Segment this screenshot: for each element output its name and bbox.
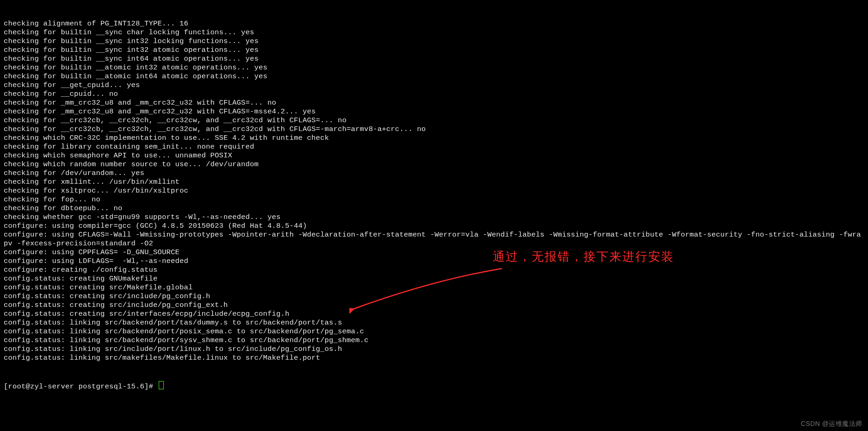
watermark-text: CSDN @运维魔法师 <box>801 419 862 428</box>
terminal-line: checking for builtin __sync int32 lockin… <box>4 37 864 46</box>
terminal-line: config.status: creating src/include/pg_c… <box>4 301 864 310</box>
terminal-line: config.status: linking src/include/port/… <box>4 345 864 354</box>
terminal-line: checking for builtin __atomic int64 atom… <box>4 72 864 81</box>
terminal-line: configure: using CFLAGS=-Wall -Wmissing-… <box>4 231 864 248</box>
shell-prompt: [root@zyl-server postgresql-15.6]# <box>4 382 158 391</box>
terminal-line: checking for _mm_crc32_u8 and _mm_crc32_… <box>4 99 864 107</box>
terminal-line: config.status: linking src/backend/port/… <box>4 319 864 327</box>
terminal-line: configure: creating ./config.status <box>4 266 864 275</box>
terminal-line: checking for __crc32cb, __crc32ch, __crc… <box>4 116 864 125</box>
terminal-line: configure: using LDFLAGS= -Wl,--as-neede… <box>4 257 864 266</box>
terminal-line: config.status: linking src/backend/port/… <box>4 336 864 345</box>
terminal-line: config.status: creating src/Makefile.glo… <box>4 283 864 292</box>
cursor-icon <box>159 381 164 389</box>
terminal-line: checking for builtin __sync char locking… <box>4 28 864 37</box>
terminal-line: checking which CRC-32C implementation to… <box>4 134 864 143</box>
terminal-line: configure: using CPPFLAGS= -D_GNU_SOURCE <box>4 248 864 257</box>
terminal-line: checking for xsltproc... /usr/bin/xsltpr… <box>4 187 864 195</box>
terminal-line: checking which random number source to u… <box>4 160 864 169</box>
terminal-line: config.status: creating src/include/pg_c… <box>4 292 864 301</box>
terminal-line: checking for /dev/urandom... yes <box>4 169 864 178</box>
terminal-line: checking for dbtoepub... no <box>4 204 864 213</box>
terminal-line: checking for _mm_crc32_u8 and _mm_crc32_… <box>4 107 864 116</box>
terminal-line: checking for library containing sem_init… <box>4 143 864 151</box>
terminal-line: checking alignment of PG_INT128_TYPE... … <box>4 19 864 28</box>
terminal-output[interactable]: checking alignment of PG_INT128_TYPE... … <box>0 0 868 431</box>
terminal-line: checking for __crc32cb, __crc32ch, __crc… <box>4 125 864 134</box>
terminal-line: checking for __cpuid... no <box>4 90 864 99</box>
terminal-line: checking whether gcc -std=gnu99 supports… <box>4 213 864 222</box>
terminal-line: checking for builtin __sync int32 atomic… <box>4 46 864 55</box>
terminal-line: checking for xmllint... /usr/bin/xmllint <box>4 178 864 187</box>
terminal-line: checking for builtin __atomic int32 atom… <box>4 63 864 72</box>
terminal-line: checking for fop... no <box>4 195 864 204</box>
terminal-line: checking for builtin __sync int64 atomic… <box>4 55 864 63</box>
annotation-text: 通过，无报错，接下来进行安装 <box>493 252 674 261</box>
terminal-line: config.status: linking src/makefiles/Mak… <box>4 354 864 362</box>
terminal-line: configure: using compiler=gcc (GCC) 4.8.… <box>4 222 864 231</box>
terminal-line: checking for __get_cpuid... yes <box>4 81 864 90</box>
terminal-line: checking which semaphore API to use... u… <box>4 151 864 160</box>
terminal-line: config.status: creating GNUmakefile <box>4 275 864 283</box>
terminal-line: config.status: linking src/backend/port/… <box>4 327 864 336</box>
terminal-line: config.status: creating src/interfaces/e… <box>4 310 864 319</box>
